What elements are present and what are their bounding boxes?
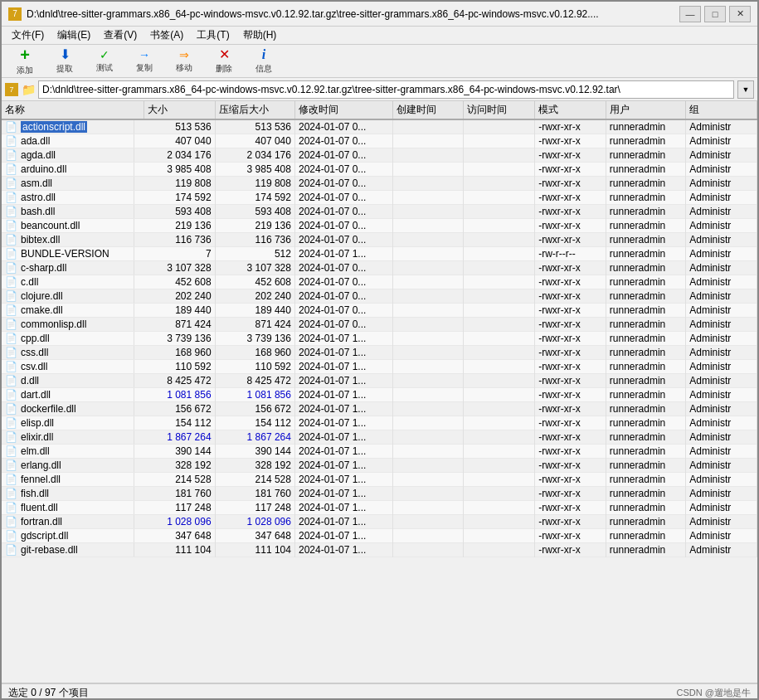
table-row[interactable]: 📄d.dll8 425 4728 425 4722024-01-07 1...-…	[2, 374, 757, 388]
col-header-created[interactable]: 创建时间	[392, 101, 464, 119]
table-row[interactable]: 📄BUNDLE-VERSION75122024-01-07 1...-rw-r-…	[2, 247, 757, 261]
file-group-cell: Administr	[686, 289, 757, 304]
file-name-cell: 📄ada.dll	[2, 134, 134, 148]
toolbar-btn-复制[interactable]: →复制	[126, 46, 163, 76]
file-user-cell: runneradmin	[606, 487, 685, 501]
table-row[interactable]: 📄elm.dll390 144390 1442024-01-07 1...-rw…	[2, 445, 757, 459]
file-packed-cell: 116 736	[215, 233, 294, 247]
file-created-cell	[392, 275, 464, 289]
toolbar-btn-测试[interactable]: ✓测试	[86, 46, 123, 76]
table-row[interactable]: 📄bash.dll593 408593 4082024-01-07 0...-r…	[2, 205, 757, 219]
file-created-cell	[392, 402, 464, 416]
address-dropdown[interactable]: ▼	[737, 80, 754, 99]
file-accessed-cell	[464, 233, 535, 247]
table-row[interactable]: 📄bibtex.dll116 736116 7362024-01-07 0...…	[2, 233, 757, 247]
toolbar-btn-删除[interactable]: ✕删除	[206, 46, 242, 76]
file-name-cell: 📄c-sharp.dll	[2, 261, 134, 275]
table-row[interactable]: 📄fennel.dll214 528214 5282024-01-07 1...…	[2, 473, 757, 487]
toolbar-btn-提取[interactable]: ⬇提取	[46, 46, 83, 76]
table-row[interactable]: 📄fish.dll181 760181 7602024-01-07 1...-r…	[2, 487, 757, 501]
file-size-cell: 871 424	[144, 318, 215, 332]
file-list-container[interactable]: 名称 大小 压缩后大小 修改时间 创建时间 访问时间 模式 用户 组 📄acti…	[2, 101, 757, 683]
file-packed-cell: 154 112	[215, 416, 294, 430]
toolbar-btn-信息[interactable]: i信息	[246, 46, 282, 76]
table-row[interactable]: 📄arduino.dll3 985 4083 985 4082024-01-07…	[2, 163, 757, 177]
title-bar: 7 D:\dnld\tree-sitter-grammars.x86_64-pc…	[2, 2, 757, 27]
menu-item-a[interactable]: 书签(A)	[144, 27, 190, 44]
table-row[interactable]: 📄dart.dll1 081 8561 081 8562024-01-07 1.…	[2, 388, 757, 402]
table-row[interactable]: 📄elixir.dll1 867 2641 867 2642024-01-07 …	[2, 430, 757, 445]
menu-item-t[interactable]: 工具(T)	[190, 27, 236, 44]
table-row[interactable]: 📄erlang.dll328 192328 1922024-01-07 1...…	[2, 459, 757, 473]
menu-item-f[interactable]: 文件(F)	[5, 27, 51, 44]
file-name-cell: 📄fish.dll	[2, 487, 134, 500]
toolbar-btn-移动[interactable]: ⇒移动	[166, 46, 202, 76]
file-user-cell: runneradmin	[606, 191, 685, 205]
file-name-cell: 📄gdscript.dll	[2, 529, 134, 542]
file-name-cell: 📄fennel.dll	[2, 473, 134, 486]
table-row[interactable]: 📄fluent.dll117 248117 2482024-01-07 1...…	[2, 501, 757, 515]
col-header-attr[interactable]: 模式	[535, 101, 606, 119]
table-row[interactable]: 📄dockerfile.dll156 672156 6722024-01-07 …	[2, 402, 757, 416]
file-size-cell: 3 107 328	[144, 261, 215, 275]
col-header-name[interactable]: 名称	[2, 101, 144, 119]
file-group-cell: Administr	[686, 191, 757, 205]
table-row[interactable]: 📄git-rebase.dll111 104111 1042024-01-07 …	[2, 543, 757, 557]
table-row[interactable]: 📄csv.dll110 592110 5922024-01-07 1...-rw…	[2, 360, 757, 374]
table-row[interactable]: 📄fortran.dll1 028 0961 028 0962024-01-07…	[2, 515, 757, 529]
app-icon: 7	[8, 7, 22, 21]
file-packed-cell: 219 136	[215, 219, 294, 233]
file-packed-cell: 3 107 328	[215, 261, 294, 275]
file-name-cell: 📄git-rebase.dll	[2, 543, 134, 557]
col-header-packed[interactable]: 压缩后大小	[215, 101, 294, 119]
col-header-user[interactable]: 用户	[606, 101, 685, 119]
table-row[interactable]: 📄clojure.dll202 240202 2402024-01-07 0..…	[2, 289, 757, 304]
minimize-button[interactable]: —	[679, 6, 701, 22]
table-row[interactable]: 📄elisp.dll154 112154 1122024-01-07 1...-…	[2, 416, 757, 430]
file-name-cell: 📄astro.dll	[2, 191, 134, 204]
menu-item-v[interactable]: 查看(V)	[97, 27, 144, 44]
col-header-modified[interactable]: 修改时间	[294, 101, 392, 119]
file-icon: 📄	[5, 149, 17, 161]
table-row[interactable]: 📄cmake.dll189 440189 4402024-01-07 0...-…	[2, 304, 757, 318]
file-name-cell: 📄cpp.dll	[2, 332, 134, 345]
address-input[interactable]	[38, 80, 734, 99]
col-header-accessed[interactable]: 访问时间	[464, 101, 535, 119]
file-modified-cell: 2024-01-07 1...	[294, 416, 392, 430]
file-accessed-cell	[464, 191, 535, 205]
toolbar-btn-添加[interactable]: +添加	[7, 46, 43, 76]
file-modified-cell: 2024-01-07 0...	[294, 318, 392, 332]
table-row[interactable]: 📄beancount.dll219 136219 1362024-01-07 0…	[2, 219, 757, 233]
table-row[interactable]: 📄astro.dll174 592174 5922024-01-07 0...-…	[2, 191, 757, 205]
file-modified-cell: 2024-01-07 0...	[294, 304, 392, 318]
file-group-cell: Administr	[686, 233, 757, 247]
file-attr-cell: -rwxr-xr-x	[535, 445, 606, 459]
table-row[interactable]: 📄actionscript.dll513 536513 5362024-01-0…	[2, 119, 757, 134]
file-user-cell: runneradmin	[606, 261, 685, 275]
col-header-group[interactable]: 组	[686, 101, 757, 119]
col-header-size[interactable]: 大小	[144, 101, 215, 119]
table-row[interactable]: 📄commonlisp.dll871 424871 4242024-01-07 …	[2, 318, 757, 332]
file-modified-cell: 2024-01-07 0...	[294, 261, 392, 275]
table-row[interactable]: 📄asm.dll119 808119 8082024-01-07 0...-rw…	[2, 177, 757, 191]
file-size-cell: 8 425 472	[144, 374, 215, 388]
table-row[interactable]: 📄c.dll452 608452 6082024-01-07 0...-rwxr…	[2, 275, 757, 289]
file-created-cell	[392, 191, 464, 205]
table-row[interactable]: 📄css.dll168 960168 9602024-01-07 1...-rw…	[2, 346, 757, 360]
file-name-cell: 📄clojure.dll	[2, 289, 134, 303]
table-row[interactable]: 📄gdscript.dll347 648347 6482024-01-07 1.…	[2, 529, 757, 543]
file-modified-cell: 2024-01-07 1...	[294, 445, 392, 459]
file-group-cell: Administr	[686, 304, 757, 318]
file-attr-cell: -rwxr-xr-x	[535, 332, 606, 346]
menu-item-h[interactable]: 帮助(H)	[236, 27, 284, 44]
close-button[interactable]: ✕	[729, 6, 751, 22]
maximize-button[interactable]: □	[704, 6, 726, 22]
toolbar-label-复制: 复制	[136, 62, 153, 74]
table-row[interactable]: 📄cpp.dll3 739 1363 739 1362024-01-07 1..…	[2, 332, 757, 346]
file-icon: 📄	[5, 290, 17, 302]
table-row[interactable]: 📄ada.dll407 040407 0402024-01-07 0...-rw…	[2, 134, 757, 148]
table-row[interactable]: 📄c-sharp.dll3 107 3283 107 3282024-01-07…	[2, 261, 757, 275]
file-modified-cell: 2024-01-07 0...	[294, 205, 392, 219]
table-row[interactable]: 📄agda.dll2 034 1762 034 1762024-01-07 0.…	[2, 148, 757, 163]
menu-item-e[interactable]: 编辑(E)	[51, 27, 97, 44]
